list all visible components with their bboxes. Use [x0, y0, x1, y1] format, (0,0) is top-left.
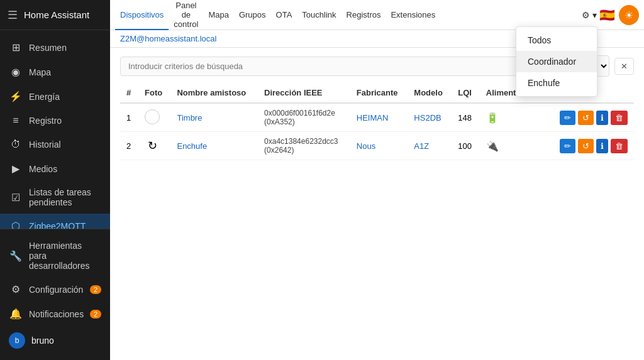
sidebar-item-label: Registro — [29, 116, 62, 126]
modelo-link[interactable]: HS2DB — [414, 113, 441, 123]
sidebar-item-label: Configuración — [29, 285, 83, 295]
col-nombre: Nombre amistoso — [170, 83, 258, 103]
cell-lqi: 100 — [452, 132, 480, 160]
avatar: b — [9, 332, 25, 349]
refresh-button[interactable]: ↺ — [578, 111, 594, 125]
configuracion-icon: ⚙ — [9, 283, 23, 295]
device-name-link[interactable]: Timbre — [177, 113, 202, 123]
menu-icon[interactable]: ☰ — [8, 8, 18, 22]
listas-icon: ☑ — [9, 192, 23, 204]
fabricante-link[interactable]: HEIMAN — [357, 113, 389, 123]
col-foto: Foto — [138, 83, 170, 103]
app-title: Home Assistant — [24, 9, 89, 20]
nav-extensiones[interactable]: Extensiones — [386, 0, 440, 30]
settings-button[interactable]: ⚙ ▾ — [579, 8, 599, 23]
dropdown-menu: Todos Coordinador Enchufe — [516, 26, 597, 97]
plug-icon: 🔌 — [486, 141, 499, 151]
nav-registros[interactable]: Registros — [341, 0, 386, 30]
herramientas-icon: 🔧 — [9, 250, 23, 262]
sidebar-item-label: Zigbee2MQTT — [29, 221, 86, 229]
sidebar-item-label: Energía — [29, 92, 60, 102]
sidebar-item-label: Medios — [29, 164, 57, 174]
col-fabricante: Fabricante — [350, 83, 408, 103]
cell-fabricante: HEIMAN — [350, 103, 408, 132]
refresh-button[interactable]: ↺ — [578, 139, 594, 153]
sidebar-user[interactable]: b bruno — [0, 326, 110, 355]
nav-grupos[interactable]: Grupos — [234, 0, 271, 30]
sidebar-item-medios[interactable]: ▶ Medios — [0, 156, 110, 181]
cell-lqi: 148 — [452, 103, 480, 132]
flag-icon: 🇪🇸 — [599, 8, 615, 23]
sidebar-item-energia[interactable]: ⚡ Energía — [0, 84, 110, 109]
delete-button[interactable]: 🗑 — [611, 111, 628, 125]
device-name-link[interactable]: Enchufe — [177, 141, 207, 151]
sidebar-item-configuracion[interactable]: ⚙ Configuración 2 — [0, 277, 110, 302]
sidebar-item-notificaciones[interactable]: 🔔 Notificaciones 2 — [0, 302, 110, 326]
delete-button[interactable]: 🗑 — [611, 139, 628, 153]
edit-button[interactable]: ✏ — [560, 139, 575, 153]
sidebar-item-registro[interactable]: ≡ Registro — [0, 109, 110, 133]
resumen-icon: ⊞ — [9, 41, 23, 53]
notificaciones-icon: 🔔 — [9, 308, 23, 320]
cell-num: 2 — [120, 132, 138, 160]
col-modelo: Modelo — [408, 83, 452, 103]
cell-num: 1 — [120, 103, 138, 132]
notificaciones-badge: 2 — [90, 310, 101, 319]
info-button[interactable]: ℹ — [596, 139, 608, 153]
configuracion-badge: 2 — [90, 285, 101, 294]
top-right-btn[interactable]: ☀ — [619, 5, 639, 25]
sidebar-header: ☰ Home Assistant — [0, 0, 110, 30]
mapa-icon: ◉ — [9, 66, 23, 78]
cell-foto: ↻ — [138, 132, 170, 160]
cell-actions: ✏ ↺ ℹ 🗑 — [548, 132, 634, 160]
dropdown-item-todos[interactable]: Todos — [516, 30, 597, 51]
sidebar-nav: ⊞ Resumen ◉ Mapa ⚡ Energía ≡ Registro ⏱ … — [0, 30, 110, 229]
dropdown-item-enchufe[interactable]: Enchufe — [516, 72, 597, 94]
registro-icon: ≡ — [9, 115, 23, 126]
sidebar-item-label: Listas de tareas pendientes — [29, 187, 101, 207]
table-row: 1 Timbre 0x000d6f00161f6d2e(0xA352) HEIM… — [120, 103, 634, 132]
sidebar-item-historial[interactable]: ⏱ Historial — [0, 133, 110, 156]
sidebar-item-label: Mapa — [29, 67, 51, 77]
cell-ieee: 0xa4c1384e6232dcc3(0x2642) — [258, 132, 350, 160]
cell-alimentacion: 🔌 — [480, 132, 548, 160]
search-input[interactable] — [120, 57, 555, 76]
dropdown-item-coordinador[interactable]: Coordinador — [516, 51, 597, 72]
modelo-link[interactable]: A1Z — [414, 141, 429, 151]
fabricante-link[interactable]: Nous — [357, 141, 375, 151]
sidebar-item-listas[interactable]: ☑ Listas de tareas pendientes — [0, 181, 110, 214]
col-num: # — [120, 83, 138, 103]
edit-button[interactable]: ✏ — [560, 111, 575, 125]
cell-modelo: A1Z — [408, 132, 452, 160]
nav-dispositivos[interactable]: Dispositivos — [115, 0, 169, 30]
historial-icon: ⏱ — [9, 139, 23, 150]
sidebar-item-label: Notificaciones — [29, 309, 84, 319]
sidebar-item-herramientas[interactable]: 🔧 Herramientas para desarrolladores — [0, 234, 110, 277]
cell-actions: ✏ ↺ ℹ 🗑 — [548, 103, 634, 132]
col-lqi: LQI — [452, 83, 480, 103]
sidebar-item-label: Resumen — [29, 43, 67, 53]
medios-icon: ▶ — [9, 163, 23, 175]
sidebar-item-resumen[interactable]: ⊞ Resumen — [0, 35, 110, 60]
clear-button[interactable]: ✕ — [614, 58, 634, 75]
action-btns-row2: ✏ ↺ ℹ 🗑 — [554, 139, 628, 153]
cell-ieee: 0x000d6f00161f6d2e(0xA352) — [258, 103, 350, 132]
sidebar-item-label: Herramientas para desarrolladores — [29, 241, 101, 271]
topnav: Dispositivos Paneldecontrol Mapa Grupos … — [110, 0, 644, 30]
z2m-address-link[interactable]: Z2M@homeassistant.local — [120, 34, 216, 43]
cell-fabricante: Nous — [350, 132, 408, 160]
cell-nombre: Enchufe — [170, 132, 258, 160]
cell-foto — [138, 103, 170, 132]
action-btns-row1: ✏ ↺ ℹ 🗑 — [554, 111, 628, 125]
username-label: bruno — [31, 335, 54, 346]
cell-nombre: Timbre — [170, 103, 258, 132]
energia-icon: ⚡ — [9, 90, 23, 102]
battery-icon: 🔋 — [486, 112, 499, 123]
nav-panel[interactable]: Paneldecontrol — [169, 0, 203, 30]
sidebar-item-mapa[interactable]: ◉ Mapa — [0, 60, 110, 84]
nav-touchlink[interactable]: Touchlink — [297, 0, 341, 30]
nav-mapa[interactable]: Mapa — [203, 0, 234, 30]
nav-ota[interactable]: OTA — [271, 0, 297, 30]
info-button[interactable]: ℹ — [596, 111, 608, 125]
sidebar-item-zigbee2mqtt[interactable]: ⬡ Zigbee2MQTT — [0, 214, 110, 229]
